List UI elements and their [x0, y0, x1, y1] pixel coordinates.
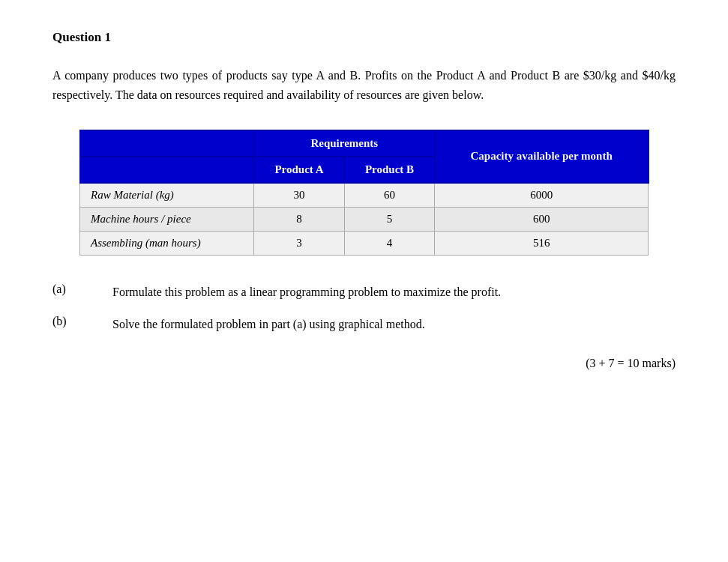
question-title: Question 1 [52, 30, 676, 45]
row-product-b: 5 [344, 207, 435, 231]
product-a-header: Product A [254, 157, 345, 183]
row-product-b: 4 [344, 231, 435, 255]
row-label: Raw Material (kg) [80, 183, 254, 208]
table-container: Requirements Capacity available per mont… [79, 130, 649, 256]
part-a-text: Formulate this problem as a linear progr… [112, 282, 676, 302]
row-capacity: 600 [435, 207, 649, 231]
table-empty-header [80, 130, 254, 157]
table-sub-empty [80, 157, 254, 183]
data-table: Requirements Capacity available per mont… [79, 130, 649, 256]
product-b-header: Product B [344, 157, 435, 183]
row-capacity: 516 [435, 231, 649, 255]
requirements-header: Requirements [254, 130, 435, 157]
part-b-text: Solve the formulated problem in part (a)… [112, 315, 676, 334]
row-label: Machine hours / piece [80, 207, 254, 231]
row-product-b: 60 [344, 183, 435, 208]
part-b: (b) Solve the formulated problem in part… [52, 315, 676, 334]
row-capacity: 6000 [435, 183, 649, 208]
capacity-header: Capacity available per month [435, 130, 649, 183]
parts-section: (a) Formulate this problem as a linear p… [52, 282, 676, 334]
row-product-a: 30 [254, 183, 345, 208]
table-row: Assembling (man hours)34516 [80, 231, 649, 255]
row-label: Assembling (man hours) [80, 231, 254, 255]
row-product-a: 3 [254, 231, 345, 255]
part-a-label: (a) [52, 282, 112, 302]
intro-text: A company produces two types of products… [52, 66, 676, 106]
row-product-a: 8 [254, 207, 345, 231]
table-row: Raw Material (kg)30606000 [80, 183, 649, 208]
marks-line: (3 + 7 = 10 marks) [52, 357, 676, 370]
part-b-label: (b) [52, 315, 112, 334]
table-row: Machine hours / piece85600 [80, 207, 649, 231]
part-a: (a) Formulate this problem as a linear p… [52, 282, 676, 302]
